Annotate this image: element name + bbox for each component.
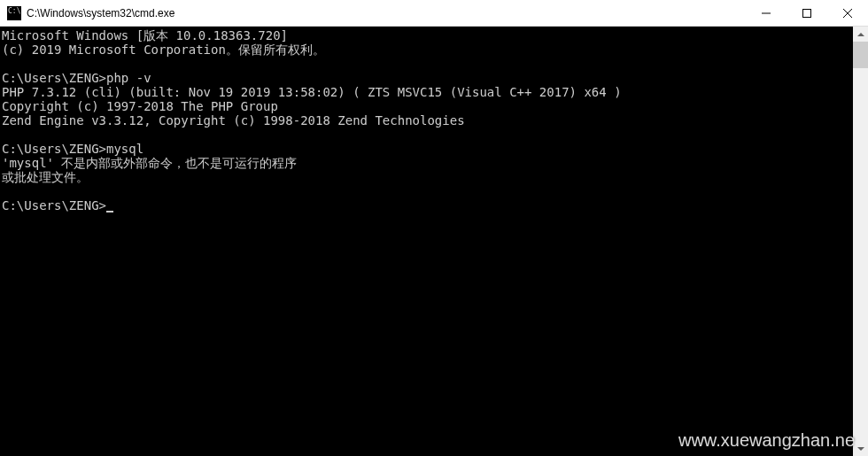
maximize-button[interactable]	[787, 0, 827, 26]
window-title: C:\Windows\system32\cmd.exe	[27, 7, 746, 19]
scroll-down-arrow-icon[interactable]	[853, 441, 868, 456]
svg-rect-1	[803, 9, 811, 17]
cursor	[106, 211, 113, 213]
minimize-icon	[762, 9, 771, 18]
terminal-output[interactable]: Microsoft Windows [版本 10.0.18363.720] (c…	[0, 27, 868, 456]
window-controls	[746, 0, 868, 26]
close-button[interactable]	[827, 0, 868, 26]
minimize-button[interactable]	[746, 0, 787, 26]
scroll-thumb[interactable]	[853, 42, 868, 68]
cmd-icon	[7, 6, 21, 20]
close-icon	[843, 9, 852, 18]
svg-marker-4	[857, 33, 864, 36]
watermark-text: www.xuewangzhan.ne	[678, 430, 855, 451]
vertical-scrollbar[interactable]	[853, 27, 868, 456]
window-titlebar: C:\Windows\system32\cmd.exe	[0, 0, 868, 27]
scroll-up-arrow-icon[interactable]	[853, 27, 868, 42]
svg-marker-5	[857, 447, 864, 451]
maximize-icon	[802, 9, 811, 18]
